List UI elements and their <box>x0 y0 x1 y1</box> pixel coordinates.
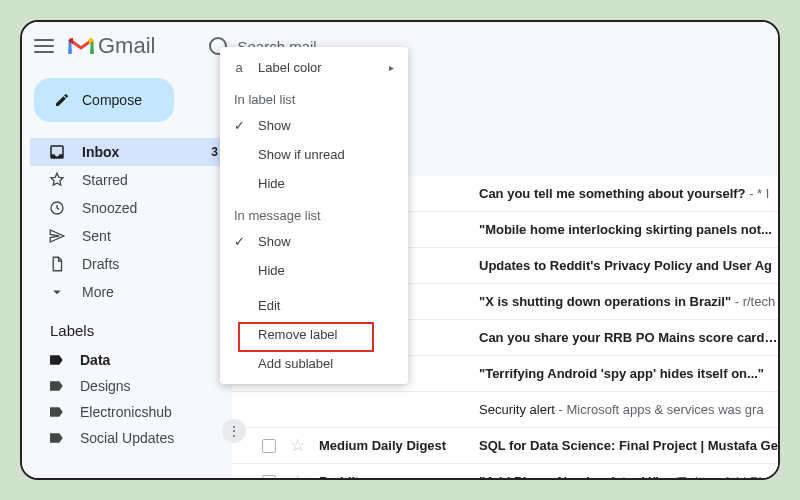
gmail-logo[interactable]: Gmail <box>68 33 155 59</box>
menu-label-color[interactable]: a Label color ▸ <box>220 53 408 82</box>
email-sender: Medium Daily Digest <box>319 438 479 453</box>
label-context-menu: a Label color ▸ In label list ✓ShowShow … <box>220 47 408 384</box>
label-icon <box>48 430 64 446</box>
compose-label: Compose <box>82 92 142 108</box>
email-subject: "Mobile home interlocking skirting panel… <box>479 222 772 237</box>
email-sender: Reddit <box>319 474 479 478</box>
email-subject: Updates to Reddit's Privacy Policy and U… <box>479 258 772 273</box>
gmail-logo-icon <box>68 36 94 56</box>
svg-rect-1 <box>91 49 94 54</box>
menu-option-show[interactable]: ✓Show <box>220 227 408 256</box>
brand-text: Gmail <box>98 33 155 59</box>
menu-remove-label[interactable]: Remove label <box>220 320 408 349</box>
email-row[interactable]: ☆Medium Daily DigestSQL for Data Science… <box>232 428 778 464</box>
clock-icon <box>48 199 66 217</box>
menu-add-sublabel[interactable]: Add sublabel <box>220 349 408 378</box>
email-row[interactable]: ☆Security alert - Microsoft apps & servi… <box>232 392 778 428</box>
label-more-button[interactable]: ⋮ <box>222 419 246 443</box>
labels-header: Labels <box>30 308 232 345</box>
email-subject: SQL for Data Science: Final Project | Mu… <box>479 438 778 453</box>
sidebar-item-starred[interactable]: Starred <box>30 166 232 194</box>
check-icon: ✓ <box>232 118 246 133</box>
label-data[interactable]: Data <box>30 347 232 373</box>
label-social-updates[interactable]: Social Updates <box>30 425 232 451</box>
star-icon <box>48 171 66 189</box>
label-electronicshub[interactable]: Electronicshub <box>30 399 232 425</box>
menu-option-hide[interactable]: Hide <box>220 169 408 198</box>
menu-edit[interactable]: Edit <box>220 291 408 320</box>
email-row[interactable]: ☆Reddit"Add Phone Number (stuck)" - r/Tw… <box>232 464 778 478</box>
main-menu-button[interactable] <box>34 39 54 53</box>
sidebar-item-snoozed[interactable]: Snoozed <box>30 194 232 222</box>
menu-section-message-list: In message list <box>220 198 408 227</box>
more-icon <box>48 283 66 301</box>
compose-button[interactable]: Compose <box>34 78 174 122</box>
sidebar-item-drafts[interactable]: Drafts <box>30 250 232 278</box>
label-designs[interactable]: Designs <box>30 373 232 399</box>
label-icon <box>48 378 64 394</box>
menu-option-show-if-unread[interactable]: Show if unread <box>220 140 408 169</box>
menu-option-hide[interactable]: Hide <box>220 256 408 285</box>
select-checkbox[interactable] <box>262 439 276 453</box>
menu-option-show[interactable]: ✓Show <box>220 111 408 140</box>
sidebar-item-more[interactable]: More <box>30 278 232 306</box>
check-icon: ✓ <box>232 234 246 249</box>
email-subject: Can you tell me something about yourself… <box>479 186 769 201</box>
chevron-right-icon: ▸ <box>389 62 394 73</box>
email-subject: "X is shutting down operations in Brazil… <box>479 294 775 309</box>
label-icon <box>48 404 64 420</box>
menu-section-label-list: In label list <box>220 82 408 111</box>
sidebar-item-sent[interactable]: Sent <box>30 222 232 250</box>
svg-rect-0 <box>69 49 72 54</box>
star-icon[interactable]: ☆ <box>290 471 305 478</box>
sidebar: Compose Inbox3StarredSnoozedSentDraftsMo… <box>22 70 232 478</box>
pencil-icon <box>54 92 70 108</box>
sent-icon <box>48 227 66 245</box>
email-subject: "Terrifying Android 'spy app' hides itse… <box>479 366 764 381</box>
email-subject: Can you share your RRB PO Mains score ca… <box>479 330 778 345</box>
select-checkbox[interactable] <box>262 475 276 479</box>
email-subject: Security alert - Microsoft apps & servic… <box>479 402 764 417</box>
label-icon <box>48 352 64 368</box>
sidebar-item-inbox[interactable]: Inbox3 <box>30 138 232 166</box>
email-subject: "Add Phone Number (stuck)" - r/Twitter: … <box>479 474 773 478</box>
draft-icon <box>48 255 66 273</box>
star-icon[interactable]: ☆ <box>290 435 305 456</box>
inbox-icon <box>48 143 66 161</box>
